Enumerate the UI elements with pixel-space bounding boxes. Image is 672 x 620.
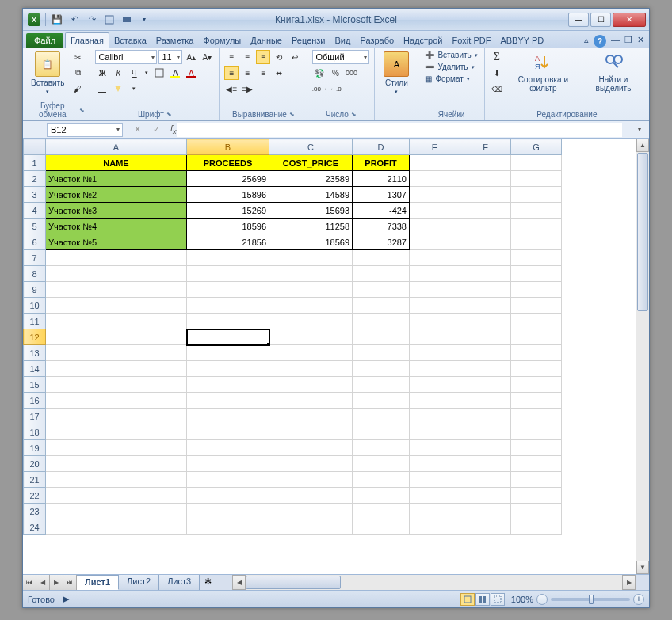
cell-A14[interactable] [46, 361, 187, 377]
cell-D9[interactable] [353, 282, 410, 298]
cell-F9[interactable] [460, 282, 511, 298]
cell-E23[interactable] [410, 504, 460, 519]
row-header-14[interactable]: 14 [24, 361, 46, 377]
autosum-icon[interactable]: Σ [490, 50, 504, 64]
row-header-6[interactable]: 6 [24, 234, 46, 250]
cell-A3[interactable]: Участок №2 [46, 187, 187, 203]
cell-D8[interactable] [353, 266, 410, 282]
close-button[interactable]: ✕ [613, 13, 646, 27]
cell-F16[interactable] [460, 393, 511, 409]
cell-E17[interactable] [410, 409, 460, 424]
workbook-minimize-icon[interactable]: — [611, 35, 620, 48]
cell-F20[interactable] [460, 456, 511, 472]
tab-developer[interactable]: Разрабо [355, 33, 399, 48]
cell-D15[interactable] [353, 377, 410, 393]
cell-A4[interactable]: Участок №3 [46, 203, 187, 219]
cell-C13[interactable] [269, 345, 353, 361]
tab-addins[interactable]: Надстрой [399, 33, 447, 48]
cell-G2[interactable] [511, 171, 562, 187]
wrap-text-icon[interactable]: ↩ [288, 50, 302, 64]
col-header-E[interactable]: E [410, 139, 460, 155]
cell-A22[interactable] [46, 488, 187, 504]
cut-icon[interactable]: ✂ [71, 50, 85, 64]
underline-dropdown-icon[interactable]: ▾ [143, 66, 151, 80]
scroll-down-icon[interactable]: ▼ [636, 561, 649, 574]
cell-C2[interactable]: 23589 [269, 171, 353, 187]
cell-F19[interactable] [460, 440, 511, 456]
cell-F11[interactable] [460, 314, 511, 329]
cell-C3[interactable]: 14589 [269, 187, 353, 203]
spreadsheet-grid[interactable]: ABCDEFG1NAMEPROCEEDSCOST_PRICEPROFIT2Уча… [23, 139, 562, 535]
cell-B18[interactable] [187, 424, 269, 440]
cell-A11[interactable] [46, 314, 187, 329]
decrease-decimal-icon[interactable]: ←.0 [328, 82, 342, 96]
cell-G24[interactable] [511, 519, 562, 535]
cell-A8[interactable] [46, 266, 187, 282]
cell-D12[interactable] [353, 329, 410, 345]
cell-F3[interactable] [460, 187, 511, 203]
align-right-icon[interactable]: ≡ [256, 66, 270, 80]
cell-D21[interactable] [353, 472, 410, 488]
align-center-icon[interactable]: ≡ [240, 66, 254, 80]
sheet-tab-1[interactable]: Лист1 [77, 575, 119, 590]
cell-B1[interactable]: PROCEEDS [187, 155, 269, 171]
orientation-icon[interactable]: ⟲ [272, 50, 286, 64]
font-color-dropdown-icon[interactable]: ▾ [127, 82, 141, 96]
cell-B13[interactable] [187, 345, 269, 361]
cell-A1[interactable]: NAME [46, 155, 187, 171]
row-header-12[interactable]: 12 [24, 329, 46, 345]
cell-B23[interactable] [187, 504, 269, 519]
number-launcher-icon[interactable]: ⬊ [351, 111, 357, 118]
fx-icon[interactable]: fx [170, 124, 177, 135]
cell-G13[interactable] [511, 345, 562, 361]
cell-E10[interactable] [410, 298, 460, 314]
fill-dropdown-icon[interactable] [111, 82, 125, 96]
qat-btn-4[interactable] [103, 13, 116, 26]
cell-B5[interactable]: 18596 [187, 219, 269, 234]
cell-D1[interactable]: PROFIT [353, 155, 410, 171]
cell-E21[interactable] [410, 472, 460, 488]
last-sheet-icon[interactable]: ⏭ [63, 575, 77, 590]
fill-color-icon[interactable]: A [168, 66, 182, 80]
align-middle-icon[interactable]: ≡ [240, 50, 254, 64]
cell-E14[interactable] [410, 361, 460, 377]
cell-D7[interactable] [353, 250, 410, 266]
increase-font-icon[interactable]: A▴ [184, 50, 198, 64]
copy-icon[interactable]: ⧉ [71, 66, 85, 80]
cell-B15[interactable] [187, 377, 269, 393]
tab-layout[interactable]: Разметка [151, 33, 199, 48]
row-header-24[interactable]: 24 [24, 519, 46, 535]
cell-A19[interactable] [46, 440, 187, 456]
cell-D18[interactable] [353, 424, 410, 440]
cell-F2[interactable] [460, 171, 511, 187]
merge-icon[interactable]: ⬌ [272, 66, 286, 80]
normal-view-icon[interactable] [460, 593, 475, 606]
cell-F10[interactable] [460, 298, 511, 314]
cell-F23[interactable] [460, 504, 511, 519]
cell-F24[interactable] [460, 519, 511, 535]
macro-record-icon[interactable]: ▶ [63, 594, 69, 604]
row-header-18[interactable]: 18 [24, 424, 46, 440]
cell-F7[interactable] [460, 250, 511, 266]
cell-D23[interactable] [353, 504, 410, 519]
cell-A15[interactable] [46, 377, 187, 393]
tab-formulas[interactable]: Формулы [198, 33, 246, 48]
cell-B20[interactable] [187, 456, 269, 472]
cell-B2[interactable]: 25699 [187, 171, 269, 187]
page-layout-view-icon[interactable] [475, 593, 490, 606]
cell-D11[interactable] [353, 314, 410, 329]
zoom-slider-thumb[interactable] [589, 595, 594, 604]
zoom-level[interactable]: 100% [511, 595, 533, 604]
cell-G3[interactable] [511, 187, 562, 203]
cell-D10[interactable] [353, 298, 410, 314]
tab-foxit[interactable]: Foxit PDF [448, 33, 496, 48]
cell-G10[interactable] [511, 298, 562, 314]
cell-G8[interactable] [511, 266, 562, 282]
cell-G11[interactable] [511, 314, 562, 329]
cell-F12[interactable] [460, 329, 511, 345]
cell-A12[interactable] [46, 329, 187, 345]
cell-E15[interactable] [410, 377, 460, 393]
horizontal-scrollbar[interactable]: ◀ ▶ [232, 575, 636, 590]
cell-B3[interactable]: 15896 [187, 187, 269, 203]
sheet-tab-3[interactable]: Лист3 [159, 575, 200, 590]
